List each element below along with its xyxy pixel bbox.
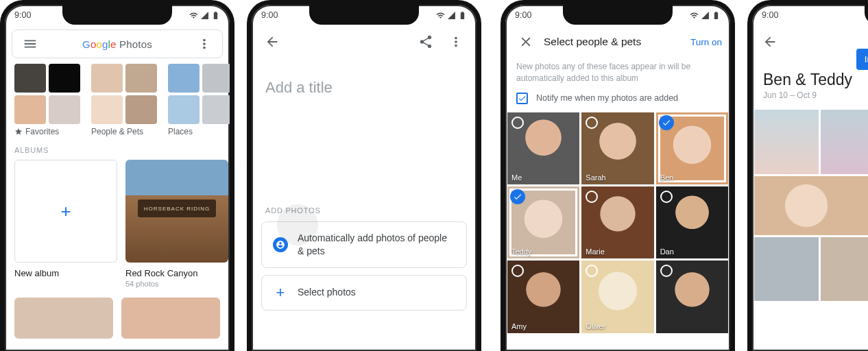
phone-create-album: 9:00 Add a title ADD PHOTOS Automaticall…: [247, 0, 481, 351]
status-time: 9:00: [261, 10, 278, 20]
face-name: Teddy: [511, 247, 531, 256]
select-ring-icon: [586, 191, 598, 203]
category-people-pets[interactable]: People & Pets: [91, 64, 157, 136]
more-icon[interactable]: [444, 29, 468, 54]
notch: [563, 4, 673, 25]
face-tile-oliver[interactable]: Oliver: [581, 261, 653, 332]
close-icon[interactable]: [514, 29, 538, 54]
face-name: Oliver: [586, 322, 605, 330]
select-ring-icon: [511, 265, 524, 277]
face-name: Ben: [660, 173, 674, 182]
phone-select-people: 9:00 Select people & pets Turn on New ph…: [501, 0, 735, 351]
album-title: Ben & Teddy: [752, 54, 868, 90]
checkmark-icon: [510, 189, 525, 204]
status-icons: [690, 11, 721, 20]
menu-icon[interactable]: [18, 32, 43, 56]
notch: [62, 4, 172, 25]
face-tile-sarah[interactable]: Sarah: [581, 112, 653, 184]
category-scroller[interactable]: Favorites People & Pets Places: [5, 64, 230, 136]
new-album-tile[interactable]: + New album: [14, 160, 117, 288]
album-title: New album: [14, 268, 117, 278]
app-logo: Google Photos: [48, 38, 186, 50]
category-label: Places: [168, 127, 193, 136]
face-tile-amy[interactable]: Amy: [507, 261, 579, 332]
status-time: 9:00: [515, 10, 531, 20]
back-icon[interactable]: [260, 29, 285, 54]
search-bar[interactable]: Google Photos: [12, 29, 223, 58]
face-tile[interactable]: [656, 261, 728, 332]
album-date-range: Jun 10 – Oct 9: [752, 90, 868, 110]
back-icon[interactable]: [758, 29, 782, 54]
photo-tile[interactable]: [754, 237, 819, 302]
face-name: Sarah: [586, 173, 605, 182]
screen-title: Select people & pets: [544, 36, 685, 48]
turn-on-button[interactable]: Turn on: [690, 37, 722, 47]
checkbox-checked-icon[interactable]: [516, 93, 528, 104]
status-time: 9:00: [762, 10, 778, 20]
checkmark-icon: [659, 115, 674, 130]
face-icon: [273, 237, 288, 252]
phone-album-view: 9:00 Invi Ben & Teddy Jun 10 – Oct 9: [747, 0, 868, 351]
face-tile-dan[interactable]: Dan: [656, 186, 728, 258]
phone-google-photos-home: 9:00 Google Photos Favorites People & Pe…: [0, 0, 234, 351]
face-tile-ben[interactable]: Ben: [656, 112, 728, 184]
option-label: Select photos: [298, 286, 356, 299]
albums-header: ALBUMS: [5, 136, 230, 160]
album-title-input[interactable]: Add a title: [252, 58, 477, 97]
share-icon[interactable]: [413, 29, 438, 54]
face-tile-teddy[interactable]: Teddy: [507, 186, 579, 258]
photo-grid: [752, 110, 868, 301]
category-label: Favorites: [25, 127, 59, 136]
option-select-photos[interactable]: + Select photos: [261, 275, 467, 311]
option-label: Automatically add photos of people & pet…: [298, 232, 455, 258]
face-name: Me: [511, 173, 522, 182]
description-text: New photos any of these faces appear in …: [505, 54, 730, 93]
select-ring-icon: [660, 191, 673, 203]
album-subtitle: 54 photos: [125, 280, 228, 288]
more-icon[interactable]: [192, 32, 217, 56]
select-ring-icon: [586, 117, 598, 129]
status-time: 9:00: [14, 10, 31, 20]
plus-icon: +: [273, 285, 288, 300]
select-ring-icon: [586, 265, 598, 277]
photo-tile[interactable]: [754, 176, 868, 235]
notify-checkbox-row[interactable]: Notify me when my photos are added: [505, 93, 730, 112]
face-tile-marie[interactable]: Marie: [581, 186, 653, 258]
category-places[interactable]: Places: [168, 64, 230, 136]
plus-icon: +: [60, 201, 71, 222]
select-ring-icon: [660, 265, 673, 277]
face-name: Amy: [511, 322, 527, 330]
status-icons: [436, 11, 467, 20]
star-icon: [14, 128, 23, 136]
category-label: People & Pets: [91, 127, 143, 136]
status-bar: 9:00: [752, 5, 868, 25]
face-grid: Me Sarah Ben Teddy Marie Dan Amy Oliver: [505, 112, 730, 333]
face-tile-me[interactable]: Me: [507, 112, 579, 184]
select-ring-icon: [511, 117, 524, 129]
album-tile[interactable]: [121, 298, 220, 339]
notch: [309, 4, 419, 25]
album-tile[interactable]: HORSEBACK RIDING Red Rock Canyon 54 phot…: [125, 160, 228, 288]
option-auto-add[interactable]: Automatically add photos of people & pet…: [261, 221, 467, 268]
album-title: Red Rock Canyon: [125, 268, 228, 278]
checkbox-label: Notify me when my photos are added: [536, 93, 678, 103]
invite-button[interactable]: Invi: [856, 49, 868, 70]
face-name: Dan: [660, 247, 674, 256]
face-name: Marie: [586, 247, 605, 256]
photo-sign: HORSEBACK RIDING: [138, 199, 216, 217]
photo-tile[interactable]: [821, 237, 869, 302]
category-favorites[interactable]: Favorites: [14, 64, 80, 136]
photo-tile[interactable]: [754, 110, 819, 174]
status-icons: [189, 11, 220, 20]
photo-tile[interactable]: [821, 110, 869, 174]
album-tile[interactable]: [14, 298, 113, 339]
